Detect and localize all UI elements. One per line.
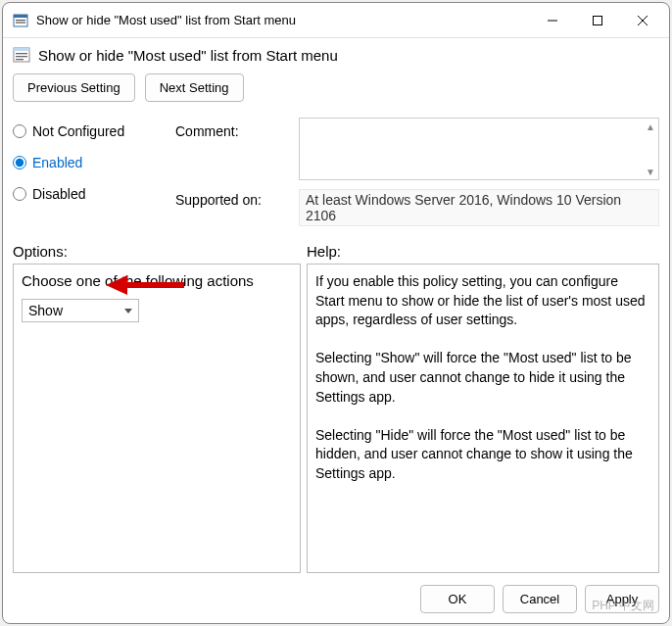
state-radio-group: Not Configured Enabled Disabled <box>13 118 169 202</box>
svg-rect-11 <box>16 56 27 57</box>
svg-marker-14 <box>106 275 127 295</box>
radio-enabled-input[interactable] <box>13 156 26 169</box>
panels: Choose one of the following actions Show… <box>3 264 669 573</box>
policy-icon <box>13 46 30 64</box>
dialog-footer: OK Cancel Apply <box>3 573 669 623</box>
header: Show or hide "Most used" list from Start… <box>3 38 669 68</box>
radio-not-configured-label: Not Configured <box>32 123 124 139</box>
help-label: Help: <box>307 243 341 260</box>
close-button[interactable] <box>620 6 665 35</box>
minimize-button[interactable] <box>530 6 575 35</box>
ok-button[interactable]: OK <box>420 585 495 613</box>
radio-not-configured[interactable]: Not Configured <box>13 123 169 139</box>
annotation-arrow <box>106 273 184 297</box>
supported-on-label: Supported on: <box>175 192 293 227</box>
svg-rect-5 <box>594 16 602 24</box>
radio-disabled[interactable]: Disabled <box>13 186 169 202</box>
scroll-down-icon: ▼ <box>646 167 655 177</box>
radio-enabled[interactable]: Enabled <box>13 155 169 170</box>
comment-textarea[interactable] <box>299 118 659 180</box>
radio-enabled-label: Enabled <box>32 155 82 170</box>
next-setting-button[interactable]: Next Setting <box>145 73 244 102</box>
help-panel: If you enable this policy setting, you c… <box>307 264 659 573</box>
nav-buttons: Previous Setting Next Setting <box>3 68 669 112</box>
supported-on-text: At least Windows Server 2016, Windows 10… <box>299 189 659 226</box>
radio-not-configured-input[interactable] <box>13 124 26 138</box>
cancel-button[interactable]: Cancel <box>503 585 577 613</box>
field-values: ▲ ▼ At least Windows Server 2016, Window… <box>299 118 659 226</box>
field-labels: Comment: Supported on: <box>175 118 293 227</box>
scroll-up-icon: ▲ <box>646 121 655 132</box>
radio-disabled-label: Disabled <box>32 186 85 202</box>
options-panel: Choose one of the following actions Show <box>13 264 301 573</box>
section-labels: Options: Help: <box>3 229 669 264</box>
app-icon <box>13 13 28 28</box>
action-select-value: Show <box>28 303 63 318</box>
titlebar: Show or hide "Most used" list from Start… <box>3 3 669 38</box>
maximize-button[interactable] <box>575 6 620 35</box>
policy-title: Show or hide "Most used" list from Start… <box>38 47 338 64</box>
radio-disabled-input[interactable] <box>13 187 26 201</box>
svg-rect-10 <box>16 53 27 54</box>
apply-button[interactable]: Apply <box>585 585 659 613</box>
svg-rect-2 <box>16 20 25 21</box>
action-select[interactable]: Show <box>22 299 139 322</box>
svg-rect-9 <box>14 48 29 51</box>
svg-rect-3 <box>16 22 25 23</box>
previous-setting-button[interactable]: Previous Setting <box>13 73 135 102</box>
dialog-window: Show or hide "Most used" list from Start… <box>2 2 670 624</box>
comment-label: Comment: <box>175 123 293 192</box>
svg-rect-1 <box>14 15 27 18</box>
options-label: Options: <box>13 243 307 260</box>
window-title: Show or hide "Most used" list from Start… <box>36 13 530 27</box>
svg-rect-12 <box>16 59 24 60</box>
